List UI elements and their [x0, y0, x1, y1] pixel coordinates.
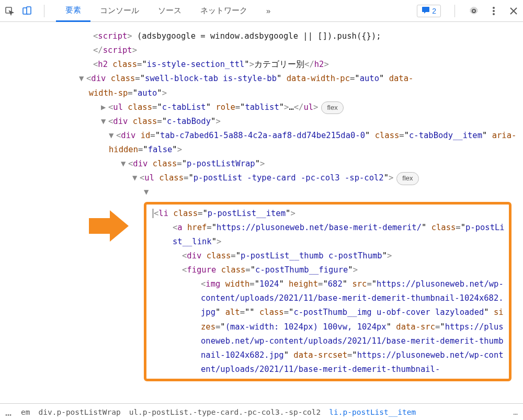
breadcrumb-item[interactable]: ul.p-postList.-type-card.-pc-col3.-sp-co…: [129, 408, 321, 416]
dom-node[interactable]: <img width="1024" height="682" src="http…: [149, 277, 507, 377]
chevron-down-icon[interactable]: ▼: [121, 157, 128, 171]
dom-node[interactable]: <li class="p-postList__item">: [149, 207, 507, 221]
close-icon[interactable]: [508, 6, 519, 16]
dom-node[interactable]: ▼<ul class="p-postList -type-card -pc-co…: [4, 171, 519, 185]
elements-panel[interactable]: <script> (adsbygoogle = window.adsbygoog…: [0, 22, 523, 403]
dom-node[interactable]: <figure class="c-postThumb__figure">: [149, 263, 507, 277]
tab-network[interactable]: ネットワーク: [191, 1, 257, 21]
chevron-down-icon[interactable]: ▼: [101, 115, 108, 129]
breadcrumb-bar[interactable]: … em div.p-postListWrap ul.p-postList.-t…: [0, 403, 523, 420]
message-icon: [422, 6, 430, 16]
breadcrumb-item-active[interactable]: li.p-postList__item: [329, 408, 416, 416]
divider: [44, 5, 44, 17]
kebab-icon[interactable]: [488, 6, 499, 16]
dom-node[interactable]: <h2 class="is-style-section_ttl">カテゴリー別<…: [4, 58, 519, 72]
issues-count: 2: [432, 7, 436, 15]
pointer-arrow-icon: [89, 210, 129, 242]
svg-point-4: [493, 7, 495, 9]
svg-point-6: [493, 13, 495, 15]
dom-node[interactable]: <script> (adsbygoogle = window.adsbygoog…: [4, 29, 519, 43]
dom-node[interactable]: ▼<div id="tab-c7abed61-5a88-4c2a-aaf8-dd…: [4, 129, 519, 157]
chevron-down-icon[interactable]: ▼: [144, 185, 151, 199]
breadcrumb-item[interactable]: div.p-postListWrap: [39, 408, 121, 416]
svg-rect-3: [422, 7, 429, 12]
breadcrumb-item[interactable]: em: [21, 408, 30, 416]
dom-node[interactable]: </script>: [4, 43, 519, 58]
breadcrumb-overflow[interactable]: …: [5, 406, 13, 418]
device-mode-icon[interactable]: [22, 6, 32, 16]
dom-node[interactable]: ▶<ul class="c-tabList" role="tablist">…<…: [4, 100, 519, 115]
chevron-down-icon[interactable]: ▼: [109, 129, 116, 143]
inspect-icon[interactable]: [4, 6, 15, 16]
dom-node[interactable]: ▼<div class="p-postListWrap">: [4, 157, 519, 171]
breadcrumb-overflow[interactable]: …: [513, 408, 518, 416]
devtools-toolbar: 要素 コンソール ソース ネットワーク » 2: [0, 0, 523, 22]
tab-more[interactable]: »: [257, 1, 280, 20]
tab-console[interactable]: コンソール: [90, 1, 149, 21]
tab-sources[interactable]: ソース: [149, 1, 191, 21]
chevron-down-icon[interactable]: ▼: [79, 72, 86, 86]
gear-icon[interactable]: [469, 6, 479, 16]
toolbar-left: 要素 コンソール ソース ネットワーク »: [4, 0, 280, 22]
highlighted-selection[interactable]: <li class="p-postList__item"> <a href="h…: [144, 202, 511, 382]
dom-node[interactable]: ▼: [4, 185, 519, 199]
chevron-right-icon[interactable]: ▶: [101, 100, 108, 115]
tab-elements[interactable]: 要素: [56, 0, 90, 22]
issues-badge[interactable]: 2: [417, 5, 441, 17]
svg-rect-2: [27, 7, 31, 14]
svg-point-5: [493, 10, 495, 12]
flex-badge[interactable]: flex: [321, 101, 343, 115]
divider: [454, 5, 455, 17]
flex-badge[interactable]: flex: [396, 172, 418, 185]
panel-tabs: 要素 コンソール ソース ネットワーク »: [56, 0, 280, 22]
chevron-down-icon[interactable]: ▼: [132, 171, 140, 185]
dom-node[interactable]: <div class="p-postList__thumb c-postThum…: [149, 249, 507, 263]
dom-node[interactable]: ▼<div class="swell-block-tab is-style-bb…: [4, 72, 519, 100]
dom-node[interactable]: <a href="https://plusoneweb.net/base-mer…: [149, 221, 507, 249]
dom-node[interactable]: ▼<div class="c-tabBody">: [4, 115, 519, 129]
toolbar-right: 2: [417, 5, 519, 17]
